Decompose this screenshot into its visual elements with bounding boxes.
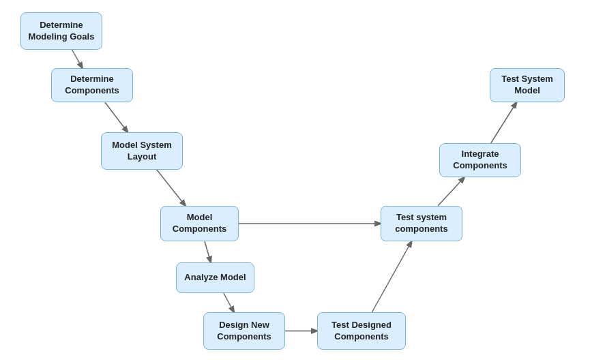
node-design_new_components: Design New Components — [203, 312, 285, 350]
node-model_components: Model Components — [160, 206, 239, 241]
arrows-svg — [0, 0, 590, 364]
node-determine_modeling_goals: Determine Modeling Goals — [20, 12, 102, 50]
arrow-determine_components-to-model_system_layout — [105, 102, 128, 132]
node-integrate_components: Integrate Components — [439, 143, 521, 177]
diagram-container: Determine Modeling GoalsDetermine Compon… — [0, 0, 590, 364]
node-analyze_model: Analyze Model — [176, 262, 254, 293]
arrow-analyze_model-to-design_new_components — [224, 293, 234, 312]
node-model_system_layout: Model System Layout — [101, 132, 183, 170]
arrow-test_designed_components-to-test_system_components — [372, 241, 411, 312]
arrow-integrate_components-to-test_system_model — [491, 102, 517, 143]
arrow-model_system_layout-to-model_components — [157, 170, 186, 206]
node-test_designed_components: Test Designed Components — [317, 312, 406, 350]
arrow-determine_modeling_goals-to-determine_components — [72, 50, 83, 68]
node-test_system_model: Test System Model — [490, 68, 565, 102]
node-determine_components: Determine Components — [51, 68, 133, 102]
arrow-model_components-to-analyze_model — [205, 241, 211, 262]
node-test_system_components: Test system components — [381, 206, 462, 241]
arrow-test_system_components-to-integrate_components — [438, 177, 464, 206]
